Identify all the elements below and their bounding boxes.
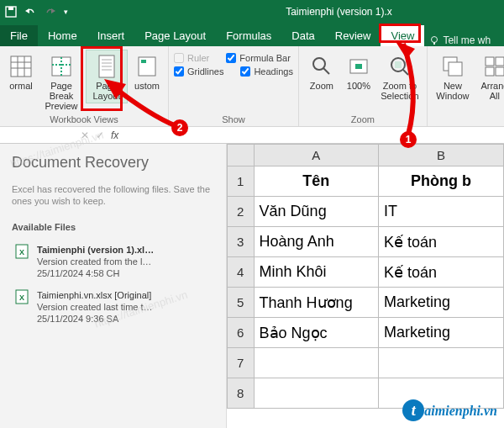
- bulb-icon: [429, 35, 439, 45]
- title-bar: ▾ Taimienphi (version 1).x: [0, 0, 504, 24]
- group-workbook-views: ormal Page BreakPreview PageLayout ustom…: [0, 46, 169, 126]
- formula-bar-checkbox[interactable]: Formula Bar: [226, 53, 291, 63]
- cell[interactable]: Kế toán: [379, 257, 504, 288]
- row-header[interactable]: 1: [228, 166, 255, 197]
- row-header[interactable]: 5: [228, 288, 255, 318]
- tab-insert[interactable]: Insert: [87, 25, 135, 46]
- tab-page-layout[interactable]: Page Layout: [134, 25, 216, 46]
- new-window-label: NewWindow: [433, 81, 472, 101]
- row-header[interactable]: 3: [228, 227, 255, 257]
- svg-point-19: [313, 58, 325, 70]
- row-header[interactable]: 8: [228, 378, 255, 409]
- cell[interactable]: [379, 348, 504, 378]
- svg-line-24: [403, 70, 408, 75]
- cell[interactable]: Kế toán: [379, 227, 504, 257]
- formula-bar: ✕ ✓ fx: [0, 127, 504, 144]
- zoom-to-selection-label: Zoom toSelection: [379, 81, 421, 101]
- group-show: Ruler Formula Bar Gridlines Headings Sho…: [169, 46, 299, 126]
- page-break-preview-button[interactable]: Page BreakPreview: [40, 50, 82, 103]
- tab-data[interactable]: Data: [281, 25, 324, 46]
- row-header[interactable]: 2: [228, 197, 255, 227]
- svg-rect-30: [486, 67, 494, 76]
- svg-rect-4: [11, 56, 31, 77]
- cell[interactable]: Phòng b: [379, 166, 504, 197]
- window-title: Taimienphi (version 1).x: [73, 6, 504, 18]
- taimienphi-logo: taimienphi.vn: [402, 399, 497, 421]
- arrange-all-label: ArrangAll: [477, 81, 504, 101]
- spreadsheet-grid[interactable]: A B 1 Tên Phòng b 2Văn DũngIT 3Hoàng Anh…: [227, 144, 504, 428]
- save-icon[interactable]: [5, 6, 17, 18]
- tab-view[interactable]: View: [381, 25, 424, 46]
- zoom-100-button[interactable]: 100%: [343, 50, 375, 103]
- svg-rect-1: [8, 7, 13, 10]
- tab-file[interactable]: File: [0, 25, 38, 46]
- available-files-label: Available Files: [12, 222, 214, 232]
- cell[interactable]: Minh Khôi: [254, 257, 378, 288]
- svg-rect-27: [449, 62, 462, 76]
- tab-formulas[interactable]: Formulas: [216, 25, 281, 46]
- cell[interactable]: Marketing: [379, 288, 504, 318]
- cell[interactable]: Văn Dũng: [254, 197, 378, 227]
- group-zoom: Zoom 100% Zoom toSelection Zoom: [299, 46, 428, 126]
- svg-text:X: X: [19, 248, 24, 256]
- enter-icon[interactable]: ✓: [96, 129, 104, 141]
- cell[interactable]: Bảo Ngọc: [254, 318, 378, 348]
- svg-line-20: [323, 68, 329, 74]
- excel-file-icon: X: [15, 289, 30, 325]
- page-layout-view-button[interactable]: PageLayout: [86, 50, 128, 103]
- cancel-icon[interactable]: ✕: [81, 129, 89, 141]
- page-break-label: Page BreakPreview: [41, 81, 81, 101]
- svg-rect-3: [433, 42, 435, 45]
- ruler-checkbox[interactable]: Ruler: [174, 53, 209, 63]
- arrange-all-button[interactable]: ArrangAll: [476, 50, 504, 103]
- zoom-button[interactable]: Zoom: [304, 50, 339, 103]
- svg-point-2: [432, 37, 438, 43]
- svg-rect-31: [496, 67, 504, 76]
- ribbon-tabs: File Home Insert Page Layout Formulas Da…: [0, 24, 504, 46]
- recovery-subtitle: Excel has recovered the following files.…: [12, 183, 214, 207]
- headings-checkbox[interactable]: Headings: [240, 66, 292, 77]
- svg-rect-9: [52, 57, 71, 76]
- svg-rect-18: [141, 60, 146, 63]
- svg-rect-29: [496, 57, 504, 66]
- new-window-button[interactable]: NewWindow: [433, 50, 473, 103]
- tab-review[interactable]: Review: [325, 25, 381, 46]
- gridlines-checkbox[interactable]: Gridlines: [174, 66, 223, 77]
- row-header[interactable]: 4: [228, 257, 255, 288]
- zoom-to-selection-button[interactable]: Zoom toSelection: [378, 50, 422, 103]
- cell[interactable]: IT: [379, 197, 504, 227]
- cell[interactable]: Marketing: [379, 318, 504, 348]
- custom-views-button[interactable]: ustom: [131, 50, 163, 103]
- page-layout-label: PageLayout: [87, 81, 127, 101]
- ribbon: ormal Page BreakPreview PageLayout ustom…: [0, 46, 504, 127]
- cell[interactable]: Thanh Hương: [254, 288, 378, 318]
- normal-view-button[interactable]: ormal: [5, 50, 37, 103]
- cell[interactable]: [254, 348, 378, 378]
- tell-me[interactable]: Tell me wh: [424, 34, 496, 46]
- undo-icon[interactable]: [24, 6, 37, 18]
- cell[interactable]: [254, 378, 378, 409]
- svg-text:X: X: [19, 293, 24, 302]
- recovery-title: Document Recovery: [12, 154, 214, 172]
- excel-file-icon: X: [15, 244, 30, 279]
- cell[interactable]: Tên: [254, 166, 378, 197]
- recovery-file-item[interactable]: X Taimienphi (version 1).xl… Version cre…: [12, 239, 214, 284]
- svg-rect-25: [395, 61, 402, 68]
- cell[interactable]: Hoàng Anh: [254, 227, 378, 257]
- row-header[interactable]: 6: [228, 318, 255, 348]
- group-window: NewWindow ArrangAll: [428, 46, 504, 126]
- column-header-b[interactable]: B: [379, 145, 504, 166]
- redo-icon[interactable]: [44, 6, 57, 18]
- column-header-a[interactable]: A: [254, 145, 378, 166]
- document-recovery-pane: Document Recovery Excel has recovered th…: [0, 144, 227, 428]
- select-all-corner[interactable]: [228, 145, 255, 166]
- row-header[interactable]: 7: [228, 348, 255, 378]
- svg-rect-28: [486, 57, 494, 66]
- qat-dropdown-icon[interactable]: ▾: [64, 8, 68, 16]
- fx-icon[interactable]: fx: [111, 129, 118, 141]
- tab-home[interactable]: Home: [38, 25, 87, 46]
- recovery-file-item[interactable]: X Taimienphi.vn.xlsx [Original] Version …: [12, 284, 214, 330]
- svg-rect-22: [355, 64, 362, 69]
